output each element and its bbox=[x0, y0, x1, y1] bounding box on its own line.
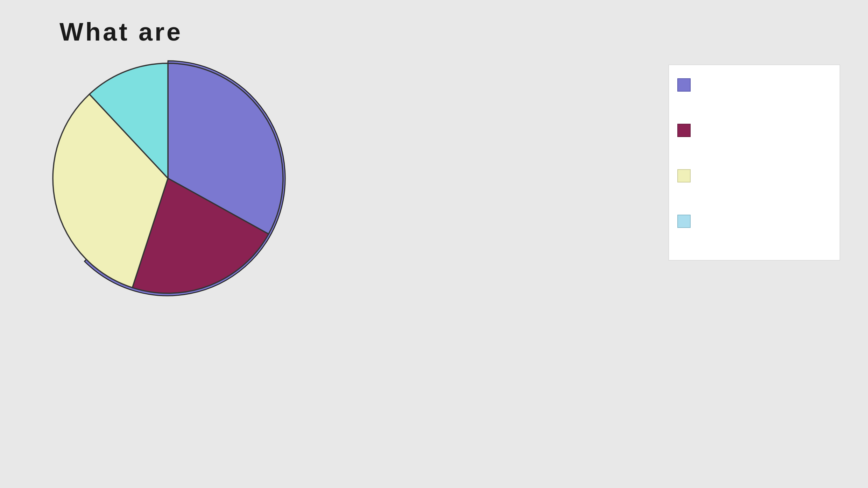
chart-container: .pie-blue { fill: #7b78d0; } .pie-rose {… bbox=[45, 56, 290, 301]
legend-item-2 bbox=[677, 124, 696, 137]
legend-item-3 bbox=[677, 169, 696, 182]
legend-swatch-2 bbox=[677, 124, 691, 137]
legend-item-4 bbox=[677, 215, 696, 228]
legend-item-1 bbox=[677, 78, 696, 92]
page-title: What are bbox=[59, 17, 183, 46]
legend-box bbox=[669, 65, 840, 260]
legend-swatch-3 bbox=[677, 169, 691, 182]
legend-swatch-1 bbox=[677, 78, 691, 92]
legend-swatch-4 bbox=[677, 215, 691, 228]
